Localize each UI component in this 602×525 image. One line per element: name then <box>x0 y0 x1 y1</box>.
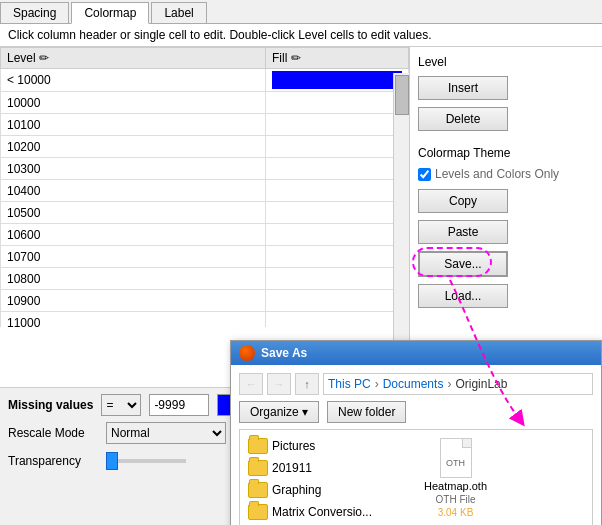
missing-values-label: Missing values <box>8 398 93 412</box>
levels-colors-only-row: Levels and Colors Only <box>418 167 594 181</box>
table-row[interactable]: 10600 <box>1 224 409 246</box>
file-name-heatmap: Heatmap.oth <box>424 480 487 492</box>
level-cell[interactable]: 10400 <box>1 180 266 202</box>
breadcrumb-item-originlab: OriginLab <box>455 377 507 391</box>
right-panel: Level Insert Delete Colormap Theme Level… <box>410 47 602 387</box>
folder-label-201911: 201911 <box>272 461 312 475</box>
paste-button[interactable]: Paste <box>418 220 508 244</box>
transparency-slider-thumb[interactable] <box>106 452 118 470</box>
breadcrumb-sep-2: › <box>447 377 451 391</box>
file-list: Pictures 201911 Graphing Matrix Conversi… <box>244 434 588 524</box>
colormap-table: Level ✏ Fill ✏ < 10000 10000 <box>0 47 409 327</box>
tab-label[interactable]: Label <box>151 2 206 23</box>
level-column-header[interactable]: Level ✏ <box>1 48 266 69</box>
breadcrumb-item-thispc[interactable]: This PC <box>328 377 371 391</box>
table-row[interactable]: 10000 <box>1 92 409 114</box>
folder-icon-matrix <box>248 504 268 520</box>
level-cell[interactable]: < 10000 <box>1 69 266 92</box>
new-folder-button[interactable]: New folder <box>327 401 406 423</box>
level-edit-icon[interactable]: ✏ <box>39 51 49 65</box>
file-item-heatmap[interactable]: OTH Heatmap.oth OTH File 3.04 KB <box>424 438 487 520</box>
level-section-label: Level <box>418 55 594 69</box>
scrollbar-thumb[interactable] <box>395 75 409 115</box>
rescale-select[interactable]: Normal <box>106 422 226 444</box>
table-row[interactable]: 10100 <box>1 114 409 136</box>
table-row[interactable]: 10300 <box>1 158 409 180</box>
level-cell[interactable]: 10600 <box>1 224 266 246</box>
nav-up-button[interactable]: ↑ <box>295 373 319 395</box>
tab-spacing[interactable]: Spacing <box>0 2 69 23</box>
organize-button[interactable]: Organize ▾ <box>239 401 319 423</box>
save-as-dialog: Save As ← → ↑ This PC › Documents › Orig… <box>230 340 602 525</box>
nav-bar: ← → ↑ This PC › Documents › OriginLab <box>239 373 593 395</box>
dialog-title-text: Save As <box>261 346 307 360</box>
level-cell[interactable]: 10200 <box>1 136 266 158</box>
nav-back-button[interactable]: ← <box>239 373 263 395</box>
table-row[interactable]: 10500 <box>1 202 409 224</box>
fill-cell[interactable] <box>266 158 409 180</box>
main-content: Level ✏ Fill ✏ < 10000 10000 <box>0 47 602 387</box>
breadcrumb-item-documents[interactable]: Documents <box>383 377 444 391</box>
file-list-container: Pictures 201911 Graphing Matrix Conversi… <box>239 429 593 525</box>
tab-colormap[interactable]: Colormap <box>71 2 149 24</box>
level-cell[interactable]: 10900 <box>1 290 266 312</box>
fill-cell[interactable] <box>266 312 409 328</box>
fill-cell[interactable] <box>266 136 409 158</box>
folder-item-graphing[interactable]: Graphing <box>248 482 372 498</box>
level-cell[interactable]: 10700 <box>1 246 266 268</box>
file-type-heatmap: OTH File <box>436 494 476 505</box>
missing-value-input[interactable] <box>149 394 209 416</box>
colormap-theme-label: Colormap Theme <box>418 146 594 160</box>
table-scroll[interactable]: Level ✏ Fill ✏ < 10000 10000 <box>0 47 409 327</box>
fill-cell[interactable] <box>266 268 409 290</box>
file-icon-heatmap: OTH <box>440 438 472 478</box>
delete-button[interactable]: Delete <box>418 107 508 131</box>
tab-bar: Spacing Colormap Label <box>0 0 602 24</box>
dialog-body: ← → ↑ This PC › Documents › OriginLab Or… <box>231 365 601 525</box>
nav-forward-button[interactable]: → <box>267 373 291 395</box>
level-cell[interactable]: 10000 <box>1 92 266 114</box>
copy-button[interactable]: Copy <box>418 189 508 213</box>
transparency-label: Transparency <box>8 454 98 468</box>
load-button[interactable]: Load... <box>418 284 508 308</box>
table-row[interactable]: 10400 <box>1 180 409 202</box>
fill-cell[interactable] <box>266 92 409 114</box>
folder-icon-201911 <box>248 460 268 476</box>
save-button[interactable]: Save... <box>418 251 508 277</box>
folder-item-pictures[interactable]: Pictures <box>248 438 372 454</box>
fill-cell[interactable] <box>266 202 409 224</box>
fill-cell[interactable] <box>266 114 409 136</box>
levels-colors-only-checkbox[interactable] <box>418 168 431 181</box>
table-row[interactable]: 10800 <box>1 268 409 290</box>
table-row[interactable]: 10200 <box>1 136 409 158</box>
folder-item-201911[interactable]: 201911 <box>248 460 372 476</box>
level-cell[interactable]: 10800 <box>1 268 266 290</box>
table-row[interactable]: 10900 <box>1 290 409 312</box>
folder-label-pictures: Pictures <box>272 439 315 453</box>
table-row[interactable]: 10700 <box>1 246 409 268</box>
fill-cell[interactable] <box>266 290 409 312</box>
table-row[interactable]: 11000 <box>1 312 409 328</box>
insert-button[interactable]: Insert <box>418 76 508 100</box>
level-cell[interactable]: 11000 <box>1 312 266 328</box>
fill-cell[interactable] <box>266 246 409 268</box>
fill-edit-icon[interactable]: ✏ <box>291 51 301 65</box>
fill-cell[interactable] <box>266 69 409 92</box>
level-cell[interactable]: 10100 <box>1 114 266 136</box>
table-row[interactable]: < 10000 <box>1 69 409 92</box>
level-cell[interactable]: 10500 <box>1 202 266 224</box>
level-cell[interactable]: 10300 <box>1 158 266 180</box>
dialog-title-bar: Save As <box>231 341 601 365</box>
transparency-slider-track <box>106 459 186 463</box>
rescale-label: Rescale Mode <box>8 426 98 440</box>
breadcrumb-sep-1: › <box>375 377 379 391</box>
fill-column-header[interactable]: Fill ✏ <box>266 48 409 69</box>
fill-cell[interactable] <box>266 180 409 202</box>
levels-colors-only-label: Levels and Colors Only <box>435 167 559 181</box>
folder-label-graphing: Graphing <box>272 483 321 497</box>
breadcrumb-bar: This PC › Documents › OriginLab <box>323 373 593 395</box>
origin-icon <box>239 345 255 361</box>
folder-item-matrix[interactable]: Matrix Conversio... <box>248 504 372 520</box>
fill-cell[interactable] <box>266 224 409 246</box>
missing-operator-select[interactable]: = <box>101 394 141 416</box>
